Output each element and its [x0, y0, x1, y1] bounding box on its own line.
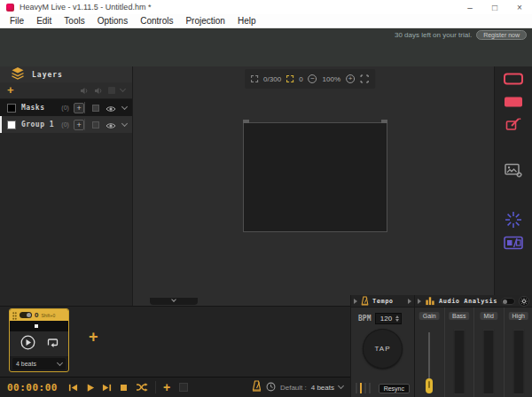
- masks-expand-chevron-icon[interactable]: [121, 103, 128, 109]
- panel-arrow-left-icon[interactable]: [354, 299, 357, 304]
- chevron-down-icon[interactable]: [120, 86, 126, 92]
- projection-surface[interactable]: [243, 122, 387, 232]
- default-beats-value[interactable]: 4 beats: [311, 384, 334, 392]
- window-controls: – □ ×: [458, 0, 532, 14]
- bpm-spinbox[interactable]: 120: [375, 313, 402, 324]
- zoom-out-button[interactable]: −: [309, 74, 317, 83]
- layer-row-masks[interactable]: Masks (0) +: [0, 99, 132, 116]
- transport-tempo-settings: Default : 4 beats: [252, 379, 350, 395]
- menu-edit[interactable]: Edit: [30, 16, 58, 26]
- gain-slider-knob[interactable]: [426, 378, 433, 393]
- tempo-title: Tempo: [372, 298, 394, 305]
- panel-arrow-right-icon[interactable]: [408, 299, 411, 304]
- sequence-timeline-strip[interactable]: [10, 321, 68, 331]
- masks-solo-button[interactable]: [92, 105, 99, 112]
- audio-route-icon[interactable]: [80, 82, 89, 98]
- app-icon: [6, 4, 14, 12]
- layers-panel: Layers + Masks (0) + Group 1: [0, 66, 133, 306]
- high-level-meter: [512, 330, 524, 394]
- beats-dropdown-chevron-icon[interactable]: [338, 383, 344, 389]
- group1-visibility-eye-icon[interactable]: [106, 117, 116, 133]
- masks-add-button[interactable]: +: [74, 103, 84, 113]
- menu-tools[interactable]: Tools: [58, 16, 90, 26]
- menu-file[interactable]: File: [4, 16, 30, 26]
- sequence-header[interactable]: 0 Shift+0: [10, 309, 68, 321]
- layer-option-button[interactable]: [108, 87, 115, 94]
- add-timeline-button[interactable]: +: [160, 380, 174, 394]
- fill-style-icon[interactable]: [503, 95, 524, 109]
- transitions-icon[interactable]: [503, 235, 524, 251]
- tap-tempo-button[interactable]: TAP: [363, 329, 403, 369]
- sequence-position-marker[interactable]: [35, 324, 38, 328]
- high-column: High: [504, 307, 532, 397]
- masks-row-actions: [84, 102, 127, 113]
- masks-layer-name: Masks: [21, 104, 61, 112]
- bpm-value[interactable]: 120: [376, 315, 395, 323]
- minimize-button[interactable]: –: [458, 0, 482, 14]
- previous-icon[interactable]: [65, 383, 82, 393]
- sequence-beats-dropdown[interactable]: 4 beats: [12, 358, 66, 370]
- bpm-down-icon[interactable]: [395, 319, 399, 322]
- bpm-up-icon[interactable]: [395, 315, 399, 318]
- collapse-chevron-icon: [171, 297, 176, 302]
- sequence-number: 0: [35, 311, 38, 319]
- group1-solo-button[interactable]: [92, 121, 99, 128]
- group1-color-swatch[interactable]: [7, 121, 16, 129]
- stop-icon[interactable]: [115, 383, 132, 393]
- masks-count: (0): [61, 105, 74, 111]
- audio-analysis-panel: Audio Analysis Gain Bass Mid High: [414, 295, 532, 397]
- masks-visibility-eye-icon[interactable]: [106, 100, 116, 116]
- tempo-metronome-icon: [361, 293, 369, 309]
- menu-controls[interactable]: Controls: [134, 16, 179, 26]
- menu-options[interactable]: Options: [91, 16, 134, 26]
- menu-projection[interactable]: Projection: [179, 16, 231, 26]
- seams-icon: [251, 75, 258, 82]
- menu-bar: File Edit Tools Options Controls Project…: [0, 14, 532, 28]
- sequence-beats-value: 4 beats: [16, 361, 36, 367]
- sequence-toggle[interactable]: [20, 312, 32, 318]
- next-icon[interactable]: [98, 383, 115, 393]
- add-sequence-button[interactable]: +: [89, 328, 98, 346]
- collapse-bottom-panel-tab[interactable]: [150, 298, 198, 305]
- register-button[interactable]: Register now: [476, 30, 527, 40]
- shuffle-icon[interactable]: [132, 382, 152, 393]
- sequence-card[interactable]: 0 Shift+0 4 beats: [9, 308, 69, 372]
- audio-title: Audio Analysis: [439, 298, 497, 305]
- generative-effects-icon[interactable]: [505, 211, 522, 229]
- gain-column: Gain: [415, 307, 444, 397]
- draw-effects-icon[interactable]: [505, 116, 522, 132]
- audio-enable-toggle[interactable]: [501, 298, 515, 305]
- menu-help[interactable]: Help: [231, 16, 262, 26]
- beat-bar: [356, 383, 357, 393]
- panel-arrow-left-icon[interactable]: [418, 299, 421, 304]
- close-button[interactable]: ×: [507, 0, 532, 14]
- trial-message: 30 days left on your trial.: [395, 31, 472, 39]
- add-layer-button[interactable]: +: [7, 85, 14, 96]
- titlebar: HeavyM Live - v1.11.5 - Untitled.hm * – …: [0, 0, 532, 14]
- tempo-header: Tempo: [351, 295, 414, 307]
- audio-settings-gear-icon[interactable]: [519, 296, 529, 307]
- preview-canvas[interactable]: 0/300 0 − 100% +: [134, 66, 494, 306]
- default-duration-label: Default :: [280, 384, 307, 392]
- play-icon[interactable]: [82, 383, 98, 393]
- selection-count: 0: [299, 75, 302, 83]
- loop-mode-icon[interactable]: [46, 336, 59, 352]
- masks-color-swatch[interactable]: [7, 104, 16, 113]
- zoom-in-button[interactable]: +: [346, 74, 355, 83]
- outline-style-icon[interactable]: [503, 72, 524, 86]
- resync-button[interactable]: Resync: [379, 384, 410, 393]
- empty-slot: [179, 383, 188, 392]
- group1-add-button[interactable]: +: [74, 120, 84, 130]
- fit-view-icon[interactable]: [360, 71, 369, 87]
- group1-expand-chevron-icon[interactable]: [121, 120, 128, 126]
- media-icon[interactable]: [504, 162, 523, 178]
- maximize-button[interactable]: □: [482, 0, 507, 14]
- metronome-icon: [252, 379, 262, 395]
- bpm-spinner[interactable]: [395, 315, 401, 322]
- audio-route-2-icon[interactable]: [94, 82, 103, 98]
- mid-label: Mid: [481, 312, 497, 320]
- appearance-sidebar: [494, 66, 532, 295]
- layer-row-group1[interactable]: Group 1 (0) +: [0, 116, 132, 133]
- divider: [155, 381, 156, 393]
- play-sequence-icon[interactable]: [20, 335, 35, 354]
